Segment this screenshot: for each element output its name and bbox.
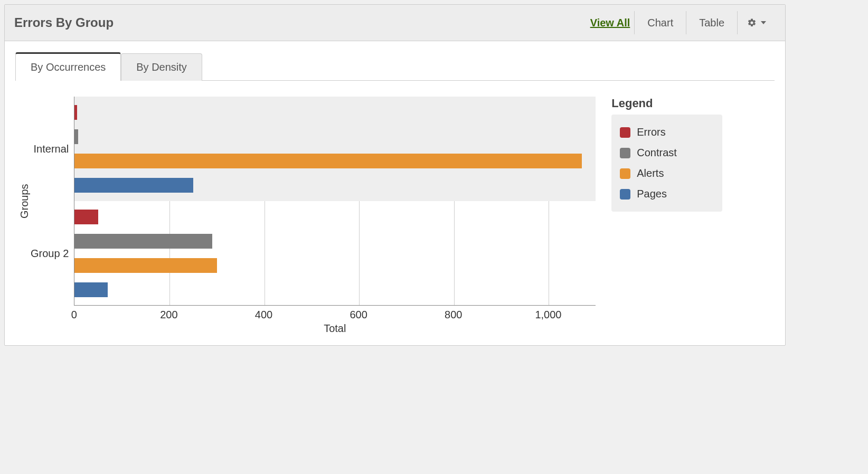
legend-box: ErrorsContrastAlertsPages (611, 115, 722, 212)
legend-swatch-contrast (620, 148, 630, 158)
x-tick-label: 400 (255, 309, 272, 321)
chevron-down-icon (761, 21, 766, 24)
x-tick-label: 0 (71, 309, 77, 321)
bar-contrast-internal[interactable] (74, 129, 78, 144)
x-tick-label: 600 (350, 309, 367, 321)
legend-item-contrast[interactable]: Contrast (620, 143, 714, 163)
settings-dropdown-button[interactable] (737, 11, 776, 34)
legend-swatch-pages (620, 189, 630, 200)
tabs: By Occurrences By Density (15, 52, 775, 81)
errors-by-group-panel: Errors By Group View All Chart Table By … (4, 4, 786, 346)
legend-swatch-errors (620, 127, 630, 138)
bar-alerts-internal[interactable] (74, 154, 582, 168)
bar-contrast-group-2[interactable] (74, 234, 212, 249)
table-view-button[interactable]: Table (686, 11, 737, 34)
chart-plot (74, 97, 596, 306)
x-tick-label: 1,000 (535, 309, 561, 321)
tab-by-occurrences[interactable]: By Occurrences (15, 52, 121, 81)
x-tick-label: 200 (160, 309, 177, 321)
legend-label: Alerts (637, 167, 664, 179)
bar-pages-group-2[interactable] (74, 282, 108, 297)
legend-item-errors[interactable]: Errors (620, 122, 714, 143)
bar-alerts-group-2[interactable] (74, 258, 216, 273)
chart-area: Groups Internal Group 2 02004006008001,0… (15, 97, 775, 335)
bar-errors-group-2[interactable] (74, 210, 98, 224)
gear-icon (747, 18, 757, 27)
legend: Legend ErrorsContrastAlertsPages (611, 97, 722, 212)
y-tick-labels: Internal Group 2 (31, 97, 74, 306)
legend-label: Errors (637, 126, 665, 138)
y-axis-title: Groups (15, 97, 31, 306)
x-tick-labels: 02004006008001,000 (74, 306, 596, 320)
panel-header: Errors By Group View All Chart Table (5, 5, 785, 41)
legend-item-pages[interactable]: Pages (620, 184, 714, 204)
legend-item-alerts[interactable]: Alerts (620, 163, 714, 184)
legend-label: Contrast (637, 147, 677, 159)
legend-title: Legend (611, 97, 722, 110)
tab-by-density[interactable]: By Density (121, 53, 202, 81)
y-tick-label-0: Internal (34, 97, 69, 201)
y-tick-label-1: Group 2 (31, 201, 69, 306)
panel-body: By Occurrences By Density Groups Interna… (5, 41, 785, 345)
legend-swatch-alerts (620, 168, 630, 179)
panel-title: Errors By Group (14, 15, 114, 30)
x-axis-title: Total (74, 323, 596, 335)
bar-pages-internal[interactable] (74, 178, 193, 193)
x-tick-label: 800 (445, 309, 462, 321)
legend-label: Pages (637, 188, 667, 200)
view-all-link[interactable]: View All (590, 17, 630, 29)
bar-errors-internal[interactable] (74, 105, 77, 120)
chart-view-button[interactable]: Chart (634, 11, 686, 34)
plot-column: 02004006008001,000 Total (74, 97, 596, 335)
